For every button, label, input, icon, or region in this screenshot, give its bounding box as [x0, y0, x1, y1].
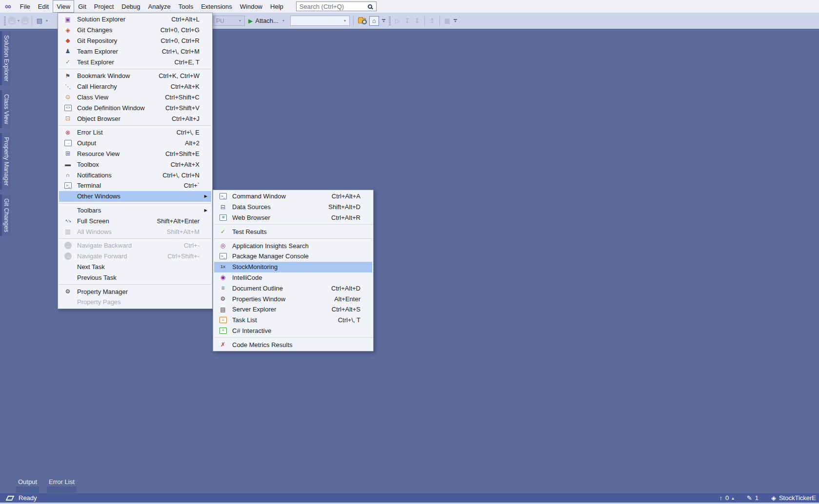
run-query-disabled-button[interactable]: ▷ [393, 16, 402, 26]
menu-item[interactable] [213, 336, 373, 339]
toolbar-separator [439, 16, 440, 26]
toolbar-grip-handle[interactable] [389, 17, 391, 25]
menu-item[interactable]: Previous Task [58, 272, 212, 283]
menu-item-icon: → [64, 252, 72, 260]
side-tab[interactable]: Class View [0, 90, 11, 128]
menu-item[interactable] [58, 237, 212, 240]
menu-item[interactable]: ← Navigate Backward Ctrl+- [58, 240, 212, 251]
menubar-item[interactable]: View [53, 0, 74, 13]
new-window-button[interactable]: ▤ [35, 16, 44, 26]
attach-button[interactable]: ▶ Attach... ▾ [248, 17, 286, 24]
menu-item[interactable]: ◎ Application Insights Search [213, 240, 373, 251]
menu-item[interactable] [58, 283, 212, 286]
menu-item[interactable]: Other Windows ▶ [58, 191, 212, 202]
menubar-item[interactable]: Git [74, 0, 90, 13]
menu-item[interactable]: → Navigate Forward Ctrl+Shift+- [58, 251, 212, 262]
side-tab[interactable]: Solution Explorer [0, 31, 11, 85]
status-bar: Ready ↑ 0 ▴ ✎ 1 ◈ StockTickerE [0, 493, 819, 503]
side-tab[interactable]: Git Changes [0, 194, 11, 236]
menu-item[interactable]: ◆ Git Repository Ctrl+0, Ctrl+R [58, 36, 212, 46]
menu-item[interactable]: ∩ Notifications Ctrl+\, Ctrl+N [58, 170, 212, 180]
menu-item[interactable]: Property Pages [58, 297, 212, 308]
menubar-item[interactable]: Window [236, 0, 266, 13]
menu-item-label: Test Explorer [77, 58, 175, 66]
menu-item-icon: ≡ [220, 317, 227, 323]
menubar-item[interactable]: Edit [34, 0, 53, 13]
menu-item[interactable]: ⚙ Property Manager [58, 286, 212, 297]
home-button[interactable]: ⌂ [369, 16, 379, 26]
menu-item[interactable]: ⊡ Object Browser Ctrl+Alt+J [58, 113, 212, 124]
menu-item[interactable]: ⊗ Error List Ctrl+\, E [58, 127, 212, 138]
menu-item[interactable]: ▥ All Windows Shift+Alt+M [58, 226, 212, 237]
toolbar-overflow-button[interactable]: ▾ [454, 19, 457, 22]
repo-name-label[interactable]: StockTickerE [779, 494, 816, 502]
menu-item[interactable]: >_ Command Window Ctrl+Alt+A [213, 191, 373, 202]
menu-item[interactable]: ✓ Test Explorer Ctrl+E, T [58, 57, 212, 67]
menu-item[interactable]: Next Task [58, 262, 212, 272]
menu-item[interactable] [58, 202, 212, 205]
menu-item[interactable]: ⊙ Class View Ctrl+Shift+C [58, 92, 212, 103]
menu-item[interactable]: ✗ Code Metrics Results [213, 339, 373, 350]
menu-item[interactable]: >_ Terminal Ctrl+` [58, 180, 212, 191]
export-data-disabled-button[interactable]: ↥ [427, 16, 437, 26]
menu-item[interactable]: ⊕ Web Browser Ctrl+Alt+R [213, 213, 373, 223]
toolbar-overflow-button[interactable]: ▾ [382, 19, 385, 22]
menu-item[interactable] [213, 237, 373, 240]
menubar-item[interactable]: Analyze [144, 0, 175, 13]
navigate-backward-button[interactable]: ← [8, 17, 16, 25]
menu-item[interactable]: ◉ IntelliCode [213, 272, 373, 283]
menu-item[interactable]: ⚙ Properties Window Alt+Enter [213, 293, 373, 304]
menu-item[interactable]: ⚑ Bookmark Window Ctrl+K, Ctrl+W [58, 71, 212, 81]
menu-item[interactable]: ⋱ Call Hierarchy Ctrl+Alt+K [58, 81, 212, 92]
menu-item-icon: ⚙ [218, 295, 228, 303]
menu-item[interactable]: ▤ Server Explorer Ctrl+Alt+S [213, 304, 373, 315]
import-data-alt-disabled-button[interactable]: ↧ [412, 16, 422, 26]
menu-item[interactable]: ≡ C# Interactive [213, 326, 373, 336]
navigate-forward-button[interactable]: → [21, 17, 29, 25]
outgoing-commits-count[interactable]: 0 [725, 494, 729, 502]
menu-item[interactable]: ▬ Toolbox Ctrl+Alt+X [58, 159, 212, 170]
menu-item[interactable] [213, 223, 373, 226]
menu-item[interactable]: ≡ Task List Ctrl+\, T [213, 315, 373, 326]
search-placeholder: Search (Ctrl+Q) [300, 3, 344, 10]
search-input[interactable]: Search (Ctrl+Q) [296, 1, 377, 11]
new-window-dropdown-icon[interactable]: ▾ [46, 19, 48, 23]
menu-item-shortcut: Ctrl+\, T [338, 316, 360, 324]
pending-edits-count[interactable]: 1 [755, 494, 759, 502]
bottom-panel-tab[interactable]: Output [16, 478, 39, 493]
attach-dropdown-icon[interactable]: ▾ [282, 19, 284, 23]
toolbar-grip-handle[interactable] [4, 17, 6, 25]
bottom-panel-tab[interactable]: Error List [47, 478, 77, 493]
menubar-item[interactable]: Help [266, 0, 287, 13]
menu-item-icon: ⊙ [62, 93, 73, 101]
menu-item[interactable]: Toolbars ▶ [58, 205, 212, 216]
menu-item[interactable]: ◈ Git Changes Ctrl+0, Ctrl+G [58, 25, 212, 36]
menu-item[interactable]: ↖↘ Full Screen Shift+Alt+Enter [58, 215, 212, 226]
folder-search-icon[interactable] [358, 18, 366, 23]
menu-item[interactable]: 1x StockMonitoring [213, 262, 373, 272]
menu-item[interactable] [58, 124, 212, 127]
side-tab[interactable]: Property Manager [0, 133, 11, 190]
menubar-item[interactable]: Debug [118, 0, 144, 13]
menu-item[interactable]: <> Code Definition Window Ctrl+Shift+V [58, 102, 212, 113]
menu-item[interactable]: ♟ Team Explorer Ctrl+\, Ctrl+M [58, 46, 212, 57]
solution-platform-combo[interactable]: PU ▾ [214, 16, 245, 26]
menu-item-icon: ⊡ [62, 115, 73, 122]
navigate-backward-dropdown-icon[interactable]: ▾ [18, 19, 20, 23]
import-data-disabled-button[interactable]: ↧ [402, 16, 412, 26]
menu-item[interactable]: ⊞ Resource View Ctrl+Shift+E [58, 149, 212, 159]
menu-item[interactable]: ≡ Document Outline Ctrl+Alt+D [213, 283, 373, 293]
menu-item[interactable]: → Output Alt+2 [58, 138, 212, 149]
menu-item[interactable]: ⊟ Data Sources Shift+Alt+D [213, 202, 373, 213]
menu-item[interactable]: ✓ Test Results [213, 226, 373, 237]
menu-item[interactable]: ▣ Solution Explorer Ctrl+Alt+L [58, 14, 212, 25]
menubar-item[interactable]: Project [90, 0, 118, 13]
menubar-item[interactable]: File [16, 0, 34, 13]
debug-target-combo[interactable]: ▾ [290, 16, 350, 26]
menubar-item[interactable]: Extensions [197, 0, 236, 13]
menu-item[interactable] [58, 67, 212, 71]
menu-item[interactable]: >_ Package Manager Console [213, 251, 373, 262]
table-grid-disabled-button[interactable]: ▦ [442, 16, 452, 26]
menubar-item[interactable]: Tools [175, 0, 197, 13]
commits-collapse-icon[interactable]: ▴ [732, 496, 734, 501]
